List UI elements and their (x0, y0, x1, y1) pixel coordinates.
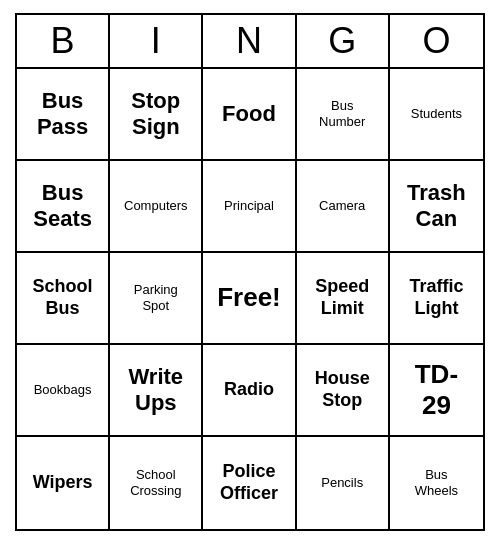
bingo-cell-9: TrashCan (390, 161, 483, 253)
bingo-cell-22: PoliceOfficer (203, 437, 296, 529)
bingo-cell-7: Principal (203, 161, 296, 253)
bingo-cell-8: Camera (297, 161, 390, 253)
bingo-cell-19: TD-29 (390, 345, 483, 437)
header-letter-g: G (297, 15, 390, 67)
header-letter-o: O (390, 15, 483, 67)
bingo-cell-5: BusSeats (17, 161, 110, 253)
bingo-cell-4: Students (390, 69, 483, 161)
bingo-cell-24: BusWheels (390, 437, 483, 529)
bingo-cell-21: SchoolCrossing (110, 437, 203, 529)
bingo-cell-11: ParkingSpot (110, 253, 203, 345)
bingo-cell-13: SpeedLimit (297, 253, 390, 345)
bingo-cell-3: BusNumber (297, 69, 390, 161)
bingo-cell-2: Food (203, 69, 296, 161)
bingo-cell-10: SchoolBus (17, 253, 110, 345)
bingo-cell-20: Wipers (17, 437, 110, 529)
bingo-cell-6: Computers (110, 161, 203, 253)
bingo-cell-15: Bookbags (17, 345, 110, 437)
bingo-cell-12: Free! (203, 253, 296, 345)
bingo-cell-23: Pencils (297, 437, 390, 529)
bingo-cell-16: WriteUps (110, 345, 203, 437)
bingo-cell-0: BusPass (17, 69, 110, 161)
bingo-cell-14: TrafficLight (390, 253, 483, 345)
bingo-card: BINGO BusPassStopSignFoodBusNumberStuden… (15, 13, 485, 531)
bingo-header: BINGO (17, 15, 483, 69)
bingo-grid: BusPassStopSignFoodBusNumberStudentsBusS… (17, 69, 483, 529)
bingo-cell-18: HouseStop (297, 345, 390, 437)
header-letter-b: B (17, 15, 110, 67)
header-letter-n: N (203, 15, 296, 67)
bingo-cell-17: Radio (203, 345, 296, 437)
bingo-cell-1: StopSign (110, 69, 203, 161)
header-letter-i: I (110, 15, 203, 67)
